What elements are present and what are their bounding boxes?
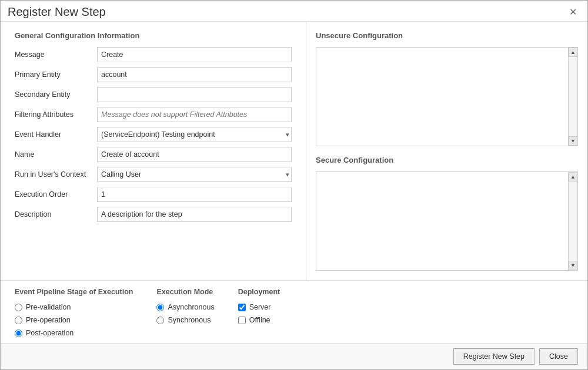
unsecure-config-textarea[interactable] — [316, 48, 568, 146]
left-panel: General Configuration Information Messag… — [1, 22, 306, 280]
name-input[interactable] — [97, 147, 292, 162]
pre-operation-row: Pre-operation — [15, 316, 133, 324]
offline-label: Offline — [249, 316, 270, 324]
filtering-attributes-label: Filtering Attributes — [15, 110, 97, 119]
asynchronous-label: Asynchronous — [168, 303, 214, 311]
pipeline-stage-title: Event Pipeline Stage of Execution — [15, 288, 133, 296]
synchronous-label: Synchronous — [168, 316, 211, 324]
server-label: Server — [249, 303, 271, 311]
dialog-title: Register New Step — [8, 5, 106, 19]
pre-validation-row: Pre-validation — [15, 303, 133, 311]
event-handler-label: Event Handler — [15, 130, 97, 139]
post-operation-radio[interactable] — [15, 329, 22, 337]
execution-order-input[interactable] — [97, 187, 292, 202]
unsecure-config-scrollbar: ▲ ▼ — [568, 48, 577, 146]
primary-entity-input[interactable] — [97, 67, 292, 82]
secure-scroll-down-button[interactable]: ▼ — [569, 261, 578, 270]
title-bar: Register New Step ✕ — [1, 1, 587, 22]
post-operation-row: Post-operation — [15, 329, 133, 337]
pre-validation-radio[interactable] — [15, 304, 22, 311]
run-in-users-context-label: Run in User's Context — [15, 170, 97, 179]
secure-config-section: Secure Configuration ▲ ▼ — [316, 156, 578, 271]
execution-mode-group: Execution Mode Asynchronous Synchronous — [156, 288, 214, 338]
secure-scroll-up-button[interactable]: ▲ — [569, 172, 578, 181]
offline-checkbox[interactable] — [238, 317, 246, 324]
execution-order-row: Execution Order — [15, 187, 292, 202]
footer-bar: Register New Step Close — [1, 343, 587, 369]
synchronous-radio[interactable] — [156, 317, 164, 324]
title-close-button[interactable]: ✕ — [566, 5, 580, 19]
deployment-group: Deployment Server Offline — [238, 288, 280, 338]
pre-validation-label: Pre-validation — [26, 303, 71, 311]
server-checkbox[interactable] — [238, 304, 246, 311]
synchronous-row: Synchronous — [156, 316, 214, 324]
deployment-title: Deployment — [238, 288, 280, 296]
message-input[interactable] — [97, 47, 292, 62]
unsecure-scroll-up-button[interactable]: ▲ — [569, 48, 578, 57]
secondary-entity-label: Secondary Entity — [15, 90, 97, 99]
filtering-attributes-input[interactable] — [97, 107, 292, 122]
run-in-users-context-select[interactable]: Calling User — [97, 167, 292, 182]
post-operation-label: Post-operation — [26, 329, 74, 337]
asynchronous-row: Asynchronous — [156, 303, 214, 311]
general-config-title: General Configuration Information — [15, 31, 292, 40]
run-in-users-context-select-wrapper: Calling User ▾ — [97, 167, 292, 182]
register-new-step-button[interactable]: Register New Step — [453, 348, 534, 365]
unsecure-config-box[interactable]: ▲ ▼ — [316, 47, 578, 146]
server-row: Server — [238, 303, 280, 311]
primary-entity-label: Primary Entity — [15, 70, 97, 79]
asynchronous-radio[interactable] — [156, 304, 164, 311]
filtering-attributes-row: Filtering Attributes — [15, 107, 292, 122]
secure-config-title: Secure Configuration — [316, 156, 578, 164]
dialog-body: General Configuration Information Messag… — [1, 22, 587, 280]
dialog-container: Register New Step ✕ General Configuratio… — [0, 0, 588, 370]
description-row: Description — [15, 207, 292, 222]
pipeline-stage-group: Event Pipeline Stage of Execution Pre-va… — [15, 288, 133, 338]
bottom-section: Event Pipeline Stage of Execution Pre-va… — [1, 280, 587, 343]
name-row: Name — [15, 147, 292, 162]
event-handler-select-wrapper: (ServiceEndpoint) Testing endpoint ▾ — [97, 127, 292, 142]
unsecure-config-title: Unsecure Configuration — [316, 31, 578, 40]
offline-row: Offline — [238, 316, 280, 324]
execution-mode-title: Execution Mode — [156, 288, 214, 296]
event-handler-row: Event Handler (ServiceEndpoint) Testing … — [15, 127, 292, 142]
secondary-entity-input[interactable] — [97, 87, 292, 102]
pre-operation-radio[interactable] — [15, 317, 22, 324]
close-button[interactable]: Close — [539, 348, 578, 365]
unsecure-config-section: Unsecure Configuration ▲ ▼ — [316, 31, 578, 146]
description-label: Description — [15, 210, 97, 218]
message-row: Message — [15, 47, 292, 62]
name-label: Name — [15, 150, 97, 159]
unsecure-scroll-down-button[interactable]: ▼ — [569, 136, 578, 146]
message-label: Message — [15, 51, 97, 59]
event-handler-select[interactable]: (ServiceEndpoint) Testing endpoint — [97, 127, 292, 142]
secure-config-textarea[interactable] — [316, 172, 568, 270]
run-in-users-context-row: Run in User's Context Calling User ▾ — [15, 167, 292, 182]
secondary-entity-row: Secondary Entity — [15, 87, 292, 102]
description-input[interactable] — [97, 207, 292, 222]
primary-entity-row: Primary Entity — [15, 67, 292, 82]
right-panel: Unsecure Configuration ▲ ▼ Secure Config… — [306, 22, 587, 280]
pre-operation-label: Pre-operation — [26, 316, 71, 324]
execution-order-label: Execution Order — [15, 190, 97, 199]
pipeline-section: Event Pipeline Stage of Execution Pre-va… — [15, 288, 573, 338]
secure-config-box[interactable]: ▲ ▼ — [316, 171, 578, 271]
secure-config-scrollbar: ▲ ▼ — [568, 172, 577, 270]
